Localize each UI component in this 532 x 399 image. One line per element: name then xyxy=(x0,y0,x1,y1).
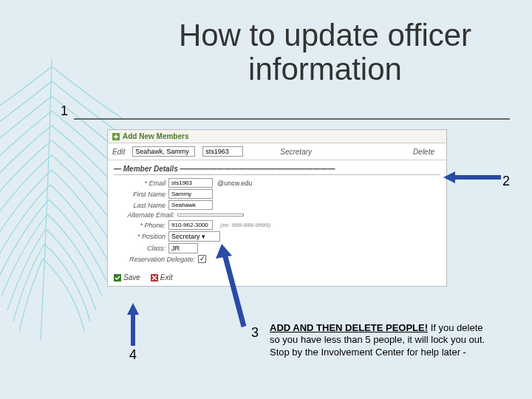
position-select[interactable]: Secretary ▾ xyxy=(168,231,220,242)
delete-link[interactable]: Delete xyxy=(413,148,434,156)
member-role: Secretary xyxy=(280,148,312,156)
panel-header: Add New Members xyxy=(108,130,446,143)
member-panel: Add New Members Edit Seahawk, Sammy sts1… xyxy=(107,129,447,287)
title-underline xyxy=(74,118,510,120)
last-name-label: Last Name xyxy=(114,202,166,209)
plus-icon xyxy=(112,133,120,140)
svg-marker-6 xyxy=(216,244,232,259)
member-name-field[interactable]: Seahawk, Sammy xyxy=(132,146,195,157)
callout-4: 4 xyxy=(129,347,137,363)
advice-text: ADD AND THEN DELETE PEOPLE! If you delet… xyxy=(270,322,491,358)
class-select[interactable]: JR xyxy=(168,243,198,253)
advice-lead: ADD AND THEN DELETE PEOPLE! xyxy=(270,322,428,333)
email-domain: @uncw.edu xyxy=(217,180,252,187)
details-title: — Member Details ————————————————————— xyxy=(114,165,440,175)
member-row: Edit Seahawk, Sammy sts1963 Secretary De… xyxy=(108,143,446,160)
phone-input[interactable]: 910-962-3000 xyxy=(168,220,213,230)
exit-icon xyxy=(151,274,158,282)
arrow-2 xyxy=(443,170,502,185)
alt-email-input[interactable] xyxy=(177,214,244,216)
email-label: * Email xyxy=(114,180,166,187)
member-user-field[interactable]: sts1963 xyxy=(202,146,243,157)
arrow-4 xyxy=(126,303,140,347)
panel-buttons: Save Exit xyxy=(108,269,446,286)
callout-1: 1 xyxy=(61,103,68,119)
slide-title: How to update officer information xyxy=(148,18,502,86)
edit-link[interactable]: Edit xyxy=(112,148,125,156)
arrow-3 xyxy=(214,244,251,329)
alt-email-label: Alternate Email: xyxy=(114,211,174,219)
member-details: — Member Details ————————————————————— *… xyxy=(108,160,446,269)
callout-2: 2 xyxy=(502,174,510,189)
callout-3: 3 xyxy=(251,325,259,341)
svg-marker-4 xyxy=(443,171,455,183)
email-input[interactable]: sts1963 xyxy=(168,178,213,188)
first-name-label: First Name xyxy=(114,191,166,198)
chevron-down-icon: ▾ xyxy=(202,233,205,240)
save-button[interactable]: Save xyxy=(114,273,140,282)
phone-hint: (ex: 999-999-9999) xyxy=(220,222,270,228)
last-name-input[interactable]: Seahawk xyxy=(168,200,213,210)
exit-button[interactable]: Exit xyxy=(151,273,173,282)
save-icon xyxy=(114,274,121,282)
phone-label: * Phone: xyxy=(114,222,166,229)
svg-marker-8 xyxy=(127,303,139,315)
resdel-label: Reservation Delegate: xyxy=(114,256,195,263)
position-label: * Position xyxy=(114,233,166,240)
class-label: Class: xyxy=(114,245,166,252)
svg-line-5 xyxy=(225,254,244,327)
first-name-input[interactable]: Sammy xyxy=(168,189,213,199)
resdel-checkbox[interactable]: ✓ xyxy=(198,255,206,263)
panel-header-text: Add New Members xyxy=(123,132,188,140)
